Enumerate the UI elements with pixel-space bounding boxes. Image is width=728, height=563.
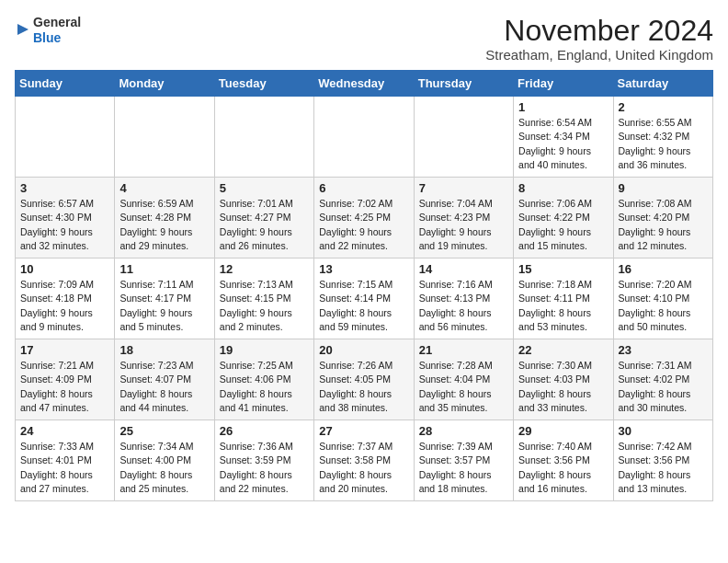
day-number: 13 xyxy=(319,262,408,276)
day-info: Sunrise: 7:28 AM Sunset: 4:04 PM Dayligh… xyxy=(419,359,508,415)
day-info: Sunrise: 7:30 AM Sunset: 4:03 PM Dayligh… xyxy=(518,359,608,415)
day-info: Sunrise: 6:54 AM Sunset: 4:34 PM Dayligh… xyxy=(518,116,608,172)
day-info: Sunrise: 7:34 AM Sunset: 4:00 PM Dayligh… xyxy=(119,440,209,496)
day-info: Sunrise: 7:04 AM Sunset: 4:23 PM Dayligh… xyxy=(419,197,508,253)
day-number: 4 xyxy=(119,181,209,195)
calendar-cell: 19Sunrise: 7:25 AM Sunset: 4:06 PM Dayli… xyxy=(214,339,313,420)
calendar-cell: 3Sunrise: 6:57 AM Sunset: 4:30 PM Daylig… xyxy=(16,178,115,259)
column-header-sunday: Sunday xyxy=(16,71,115,97)
calendar-cell: 6Sunrise: 7:02 AM Sunset: 4:25 PM Daylig… xyxy=(314,178,414,259)
calendar-cell: 14Sunrise: 7:16 AM Sunset: 4:13 PM Dayli… xyxy=(414,259,513,339)
day-info: Sunrise: 7:42 AM Sunset: 3:56 PM Dayligh… xyxy=(619,440,708,496)
calendar-cell: 30Sunrise: 7:42 AM Sunset: 3:56 PM Dayli… xyxy=(613,420,712,501)
day-number: 14 xyxy=(419,262,508,276)
title-block: November 2024 Streatham, England, United… xyxy=(485,15,713,63)
day-number: 1 xyxy=(518,100,608,114)
day-info: Sunrise: 7:20 AM Sunset: 4:10 PM Dayligh… xyxy=(619,278,708,334)
day-info: Sunrise: 7:36 AM Sunset: 3:59 PM Dayligh… xyxy=(220,440,309,496)
day-info: Sunrise: 7:39 AM Sunset: 3:57 PM Dayligh… xyxy=(419,440,508,496)
calendar-cell xyxy=(314,97,414,178)
day-info: Sunrise: 7:13 AM Sunset: 4:15 PM Dayligh… xyxy=(220,278,309,334)
calendar-cell xyxy=(115,97,214,178)
calendar-cell xyxy=(214,97,313,178)
day-number: 19 xyxy=(220,343,309,357)
day-number: 20 xyxy=(319,343,408,357)
logo: General Blue xyxy=(15,15,81,46)
week-row-1: 1Sunrise: 6:54 AM Sunset: 4:34 PM Daylig… xyxy=(16,97,713,178)
day-number: 3 xyxy=(20,181,109,195)
month-title: November 2024 xyxy=(485,15,713,47)
calendar-cell: 12Sunrise: 7:13 AM Sunset: 4:15 PM Dayli… xyxy=(214,259,313,339)
day-number: 16 xyxy=(619,262,708,276)
day-info: Sunrise: 7:26 AM Sunset: 4:05 PM Dayligh… xyxy=(319,359,408,415)
calendar-cell: 13Sunrise: 7:15 AM Sunset: 4:14 PM Dayli… xyxy=(314,259,414,339)
calendar-cell: 15Sunrise: 7:18 AM Sunset: 4:11 PM Dayli… xyxy=(514,259,613,339)
day-number: 11 xyxy=(119,262,209,276)
day-info: Sunrise: 7:11 AM Sunset: 4:17 PM Dayligh… xyxy=(119,278,209,334)
day-number: 17 xyxy=(20,343,109,357)
day-info: Sunrise: 7:09 AM Sunset: 4:18 PM Dayligh… xyxy=(20,278,109,334)
calendar-cell: 20Sunrise: 7:26 AM Sunset: 4:05 PM Dayli… xyxy=(314,339,414,420)
day-info: Sunrise: 7:23 AM Sunset: 4:07 PM Dayligh… xyxy=(119,359,209,415)
calendar-cell: 24Sunrise: 7:33 AM Sunset: 4:01 PM Dayli… xyxy=(16,420,115,501)
day-info: Sunrise: 6:59 AM Sunset: 4:28 PM Dayligh… xyxy=(119,197,209,253)
week-row-2: 3Sunrise: 6:57 AM Sunset: 4:30 PM Daylig… xyxy=(16,178,713,259)
calendar-cell: 9Sunrise: 7:08 AM Sunset: 4:20 PM Daylig… xyxy=(613,178,712,259)
day-info: Sunrise: 7:18 AM Sunset: 4:11 PM Dayligh… xyxy=(518,278,608,334)
day-info: Sunrise: 7:25 AM Sunset: 4:06 PM Dayligh… xyxy=(220,359,309,415)
day-number: 8 xyxy=(518,181,608,195)
column-header-wednesday: Wednesday xyxy=(314,71,414,97)
calendar-cell: 2Sunrise: 6:55 AM Sunset: 4:32 PM Daylig… xyxy=(613,97,712,178)
day-number: 18 xyxy=(119,343,209,357)
day-info: Sunrise: 7:37 AM Sunset: 3:58 PM Dayligh… xyxy=(319,440,408,496)
day-info: Sunrise: 7:40 AM Sunset: 3:56 PM Dayligh… xyxy=(518,440,608,496)
calendar-cell: 5Sunrise: 7:01 AM Sunset: 4:27 PM Daylig… xyxy=(214,178,313,259)
day-number: 12 xyxy=(220,262,309,276)
day-number: 6 xyxy=(319,181,408,195)
calendar-cell: 11Sunrise: 7:11 AM Sunset: 4:17 PM Dayli… xyxy=(115,259,214,339)
column-header-thursday: Thursday xyxy=(414,71,513,97)
calendar-cell: 1Sunrise: 6:54 AM Sunset: 4:34 PM Daylig… xyxy=(514,97,613,178)
day-number: 9 xyxy=(619,181,708,195)
day-number: 23 xyxy=(619,343,708,357)
day-number: 30 xyxy=(619,424,708,438)
calendar-cell: 4Sunrise: 6:59 AM Sunset: 4:28 PM Daylig… xyxy=(115,178,214,259)
calendar-header-row: SundayMondayTuesdayWednesdayThursdayFrid… xyxy=(16,71,713,97)
day-number: 25 xyxy=(119,424,209,438)
day-info: Sunrise: 7:21 AM Sunset: 4:09 PM Dayligh… xyxy=(20,359,109,415)
day-number: 24 xyxy=(20,424,109,438)
day-number: 5 xyxy=(220,181,309,195)
day-info: Sunrise: 7:06 AM Sunset: 4:22 PM Dayligh… xyxy=(518,197,608,253)
day-number: 21 xyxy=(419,343,508,357)
day-number: 27 xyxy=(319,424,408,438)
day-number: 26 xyxy=(220,424,309,438)
day-info: Sunrise: 6:57 AM Sunset: 4:30 PM Dayligh… xyxy=(20,197,109,253)
column-header-monday: Monday xyxy=(115,71,214,97)
day-info: Sunrise: 7:16 AM Sunset: 4:13 PM Dayligh… xyxy=(419,278,508,334)
svg-marker-0 xyxy=(17,24,28,35)
calendar-cell: 10Sunrise: 7:09 AM Sunset: 4:18 PM Dayli… xyxy=(16,259,115,339)
calendar-body: 1Sunrise: 6:54 AM Sunset: 4:34 PM Daylig… xyxy=(16,97,713,501)
calendar-cell: 16Sunrise: 7:20 AM Sunset: 4:10 PM Dayli… xyxy=(613,259,712,339)
calendar-cell xyxy=(414,97,513,178)
logo-icon xyxy=(15,21,31,38)
week-row-5: 24Sunrise: 7:33 AM Sunset: 4:01 PM Dayli… xyxy=(16,420,713,501)
calendar-cell: 18Sunrise: 7:23 AM Sunset: 4:07 PM Dayli… xyxy=(115,339,214,420)
day-number: 29 xyxy=(518,424,608,438)
week-row-4: 17Sunrise: 7:21 AM Sunset: 4:09 PM Dayli… xyxy=(16,339,713,420)
logo-text: General Blue xyxy=(33,15,81,46)
day-number: 2 xyxy=(619,100,708,114)
calendar-table: SundayMondayTuesdayWednesdayThursdayFrid… xyxy=(15,70,713,501)
column-header-friday: Friday xyxy=(514,71,613,97)
calendar-cell: 27Sunrise: 7:37 AM Sunset: 3:58 PM Dayli… xyxy=(314,420,414,501)
day-info: Sunrise: 7:02 AM Sunset: 4:25 PM Dayligh… xyxy=(319,197,408,253)
day-number: 7 xyxy=(419,181,508,195)
day-info: Sunrise: 7:01 AM Sunset: 4:27 PM Dayligh… xyxy=(220,197,309,253)
column-header-saturday: Saturday xyxy=(613,71,712,97)
calendar-cell: 22Sunrise: 7:30 AM Sunset: 4:03 PM Dayli… xyxy=(514,339,613,420)
day-info: Sunrise: 7:15 AM Sunset: 4:14 PM Dayligh… xyxy=(319,278,408,334)
week-row-3: 10Sunrise: 7:09 AM Sunset: 4:18 PM Dayli… xyxy=(16,259,713,339)
calendar-cell: 29Sunrise: 7:40 AM Sunset: 3:56 PM Dayli… xyxy=(514,420,613,501)
day-info: Sunrise: 7:31 AM Sunset: 4:02 PM Dayligh… xyxy=(619,359,708,415)
day-info: Sunrise: 7:08 AM Sunset: 4:20 PM Dayligh… xyxy=(619,197,708,253)
